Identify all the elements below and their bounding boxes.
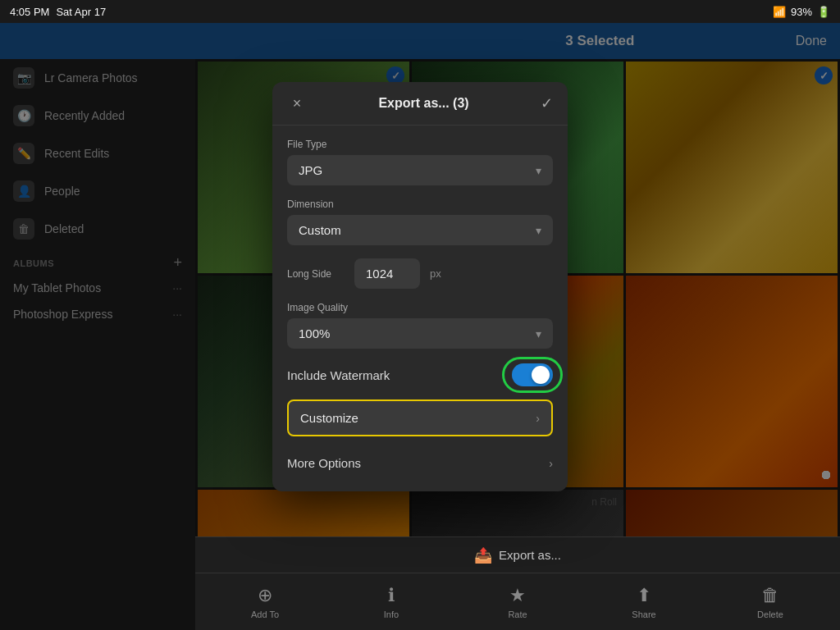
dimension-chevron-icon: ▾ bbox=[536, 224, 541, 237]
customize-chevron-icon: › bbox=[536, 412, 540, 425]
toolbar-rate-label: Rate bbox=[508, 609, 527, 619]
image-quality-group: Image Quality 100% ▾ bbox=[287, 302, 553, 349]
dimension-select[interactable]: Custom ▾ bbox=[287, 215, 553, 245]
dimension-label: Dimension bbox=[287, 199, 553, 210]
toolbar-share-label: Share bbox=[632, 609, 655, 619]
quality-chevron-icon: ▾ bbox=[536, 327, 541, 340]
more-options-row[interactable]: More Options › bbox=[287, 448, 553, 478]
toolbar-info[interactable]: ℹ Info bbox=[367, 585, 416, 619]
file-type-chevron-icon: ▾ bbox=[536, 164, 541, 177]
toolbar-delete[interactable]: 🗑 Delete bbox=[746, 585, 795, 619]
export-box-icon: 📤 bbox=[474, 546, 492, 564]
file-type-group: File Type JPG ▾ bbox=[287, 139, 553, 185]
toggle-knob bbox=[532, 366, 550, 384]
image-quality-select[interactable]: 100% ▾ bbox=[287, 318, 553, 349]
long-side-row: Long Side 1024 px bbox=[287, 258, 553, 289]
more-options-chevron-icon: › bbox=[549, 457, 553, 470]
delete-icon: 🗑 bbox=[761, 585, 779, 606]
watermark-row: Include Watermark ✓ bbox=[287, 362, 553, 388]
customize-row[interactable]: Customize › bbox=[287, 399, 553, 436]
file-type-value: JPG bbox=[299, 163, 322, 177]
toolbar-delete-label: Delete bbox=[757, 609, 783, 619]
green-checkmark-annotation bbox=[566, 339, 568, 372]
watermark-toggle-container: ✓ bbox=[512, 363, 553, 386]
customize-label: Customize bbox=[300, 411, 358, 425]
wifi-icon: 📶 bbox=[773, 6, 786, 18]
add-to-icon: ⊕ bbox=[258, 585, 272, 606]
long-side-value: 1024 bbox=[366, 267, 393, 281]
watermark-toggle[interactable] bbox=[512, 363, 553, 386]
toolbar-share[interactable]: ⬆ Share bbox=[619, 585, 669, 619]
modal-close-button[interactable]: × bbox=[287, 94, 307, 113]
modal-header: × Export as... (3) ✓ bbox=[272, 82, 568, 126]
export-modal: × Export as... (3) ✓ File Type JPG ▾ Dim… bbox=[272, 82, 568, 491]
modal-confirm-button[interactable]: ✓ bbox=[541, 94, 553, 112]
dimension-value: Custom bbox=[299, 223, 341, 237]
long-side-unit: px bbox=[430, 267, 441, 280]
image-quality-label: Image Quality bbox=[287, 302, 553, 313]
status-date: Sat Apr 17 bbox=[56, 6, 106, 18]
export-as-bar[interactable]: 📤 Export as... bbox=[195, 536, 840, 573]
battery-icon: 🔋 bbox=[817, 6, 830, 18]
dimension-group: Dimension Custom ▾ bbox=[287, 199, 553, 245]
toolbar-add-to[interactable]: ⊕ Add To bbox=[240, 585, 290, 619]
watermark-label: Include Watermark bbox=[287, 368, 390, 382]
modal-body: File Type JPG ▾ Dimension Custom ▾ Long … bbox=[272, 126, 568, 491]
green-arrow-icon: ✓ bbox=[565, 338, 568, 375]
share-icon: ⬆ bbox=[637, 585, 651, 606]
more-options-label: More Options bbox=[287, 456, 361, 470]
toolbar-info-label: Info bbox=[384, 609, 399, 619]
status-time: 4:05 PM bbox=[10, 6, 49, 18]
file-type-select[interactable]: JPG ▾ bbox=[287, 155, 553, 185]
file-type-label: File Type bbox=[287, 139, 553, 150]
export-bar-label: Export as... bbox=[499, 548, 561, 562]
toolbar-rate[interactable]: ★ Rate bbox=[493, 585, 542, 619]
toolbar-add-label: Add To bbox=[251, 609, 279, 619]
status-bar: 4:05 PM Sat Apr 17 📶 93% 🔋 bbox=[0, 0, 840, 23]
info-icon: ℹ bbox=[388, 585, 395, 606]
modal-title: Export as... (3) bbox=[307, 96, 541, 111]
rate-icon: ★ bbox=[509, 585, 526, 606]
long-side-input[interactable]: 1024 bbox=[354, 258, 420, 289]
modal-overlay[interactable]: 📤 Export as... Choose file type, sizing … bbox=[0, 23, 840, 630]
bottom-toolbar: ⊕ Add To ℹ Info ★ Rate ⬆ Share 🗑 Delete bbox=[195, 573, 840, 630]
battery-percent: 93% bbox=[791, 6, 812, 18]
long-side-label: Long Side bbox=[287, 268, 345, 280]
image-quality-value: 100% bbox=[299, 326, 330, 340]
